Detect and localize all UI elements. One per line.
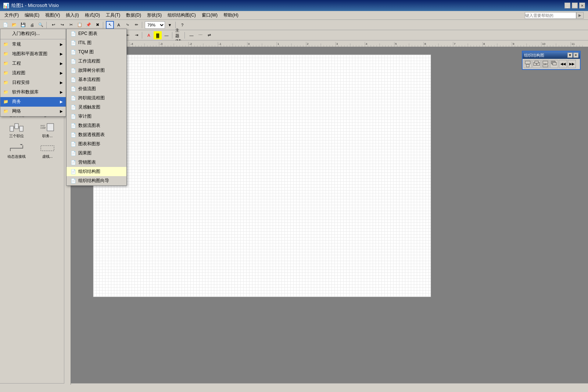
open-button[interactable]: 📂 [10,21,18,29]
bsm-datapivot[interactable]: 📄 数据透视图表 [67,130,126,139]
menu-item-window[interactable]: 窗口(W) [199,11,220,19]
doc-epc-icon: 📄 [69,31,77,36]
pointer-button[interactable]: ↖ [106,21,114,29]
line-color-button[interactable]: — [162,31,171,39]
canvas-area[interactable]: -5-4-3-2-101234567891011 组织结构图 ▼ ✕ [64,40,588,392]
dash-style-button[interactable]: ⋯ [196,31,204,39]
maximize-button[interactable]: □ [572,3,578,8]
menu-schedule[interactable]: 📁 日程安排 ▶ [0,78,66,88]
menu-item-data[interactable]: 数据(D) [123,11,144,19]
minimize-button[interactable]: _ [564,3,570,8]
bsm-dataflow[interactable]: 📄 数据流图表 [67,121,126,130]
doc-itil-icon: 📄 [69,40,77,46]
menu-item-tools[interactable]: 工具(T) [103,11,123,19]
bsm-marketing[interactable]: 📄 营销图表 [67,158,126,167]
redo-button[interactable]: ↪ [58,21,66,29]
bsm-orgchart[interactable]: 📄 组织结构图 [67,167,126,176]
bsm-faulttree[interactable]: 📄 故障树分析图 [67,66,126,75]
orgwizard-label: 组织结构图向导 [78,178,109,184]
menu-tutorial[interactable]: 入门教程(G)... [0,29,66,39]
software-label: 软件和数据库 [12,89,39,95]
delete-button[interactable]: ✖ [93,21,101,29]
bsm-workflow[interactable]: 📄 工作流程图 [67,57,126,66]
org-toolbar-close-button[interactable]: ✕ [573,53,578,58]
more-button[interactable]: ⇌ [205,31,213,39]
svg-text:11: 11 [571,42,575,46]
draw-button[interactable]: ✏ [132,21,140,29]
move-down-button[interactable]: ▶▶ [568,60,576,68]
increase-indent-button[interactable]: ⇥ [132,31,140,39]
theme-button[interactable]: 主题(M) [175,31,183,39]
shape-three-positions[interactable]: 三个职位 [1,121,32,140]
fill-color-button[interactable]: ▓ [154,31,162,39]
drawing-canvas[interactable] [71,47,588,385]
arrow-icon: ▶ [60,42,63,46]
shape-position2[interactable]: XYZ CORP 职务... [32,121,62,140]
page-canvas [93,54,431,297]
print-preview-button[interactable]: 🔍 [37,21,45,29]
bsm-orgwizard[interactable]: 📄 组织结构图向导 [67,176,126,185]
menu-network[interactable]: 📁 网络 ▶ [0,107,66,116]
menu-item-insert[interactable]: 插入(I) [63,11,82,19]
zoom-select[interactable]: 79% 100% 50% [145,21,165,29]
org-toolbar-dropdown-button[interactable]: ▼ [567,53,573,58]
help-search-button[interactable]: ▶ [576,12,584,19]
menu-item-edit[interactable]: 编辑(E) [22,11,42,19]
font-color-button[interactable]: A [145,31,153,39]
save-button[interactable]: 💾 [19,21,27,29]
shape-dynamic-connector[interactable]: 动态连接线 [1,141,32,161]
menu-item-shape[interactable]: 形状(S) [144,11,165,19]
menu-item-orgchart[interactable]: 组织结构图(C) [165,11,199,19]
bsm-crossfunc[interactable]: 📄 跨职能流程图 [67,93,126,103]
bsm-chartshape[interactable]: 📄 图表和图形 [67,139,126,149]
menu-item-format[interactable]: 格式(O) [82,11,103,19]
insert-coworker-button[interactable] [533,60,541,68]
bsm-cause[interactable]: 📄 因果图 [67,149,126,158]
bsm-epc[interactable]: 📄 EPC 图表 [67,29,126,38]
dynamic-connector-icon [10,144,24,153]
arrow-business-icon: ▶ [60,100,63,104]
insert-subordinate-button[interactable] [524,60,532,68]
cut-button[interactable]: ✂ [67,21,75,29]
menu-engineering[interactable]: 📁 工程 ▶ [0,59,66,68]
close-button[interactable]: ✕ [579,3,585,8]
menu-item-help[interactable]: 帮助(H) [220,11,241,19]
svg-rect-216 [526,64,529,67]
menu-software[interactable]: 📁 软件和数据库 ▶ [0,88,66,97]
menu-item-view[interactable]: 视图(V) [42,11,63,19]
insert-assistant-button[interactable] [541,60,549,68]
window-title: 绘图1 - Microsoft Visio [11,2,59,9]
menu-general[interactable]: 📁 常规 ▶ [0,40,66,49]
org-toolbar-header[interactable]: 组织结构图 ▼ ✕ [523,51,580,59]
svg-text:8: 8 [483,42,485,46]
help-search-input[interactable] [525,12,576,19]
insert-multiple-button[interactable] [550,60,558,68]
print-button[interactable]: 🖨 [28,21,36,29]
menu-business[interactable]: 📁 商务 ▶ [0,97,66,107]
shape-virtual[interactable]: 虚线... [32,141,62,161]
bsm-basicflow[interactable]: 📄 基本流程图 [67,75,126,84]
insert-coworker-icon [533,61,540,67]
shape-dynamic-connector-label: 动态连接线 [7,154,26,159]
bsm-valuestream[interactable]: 📄 价值流图 [67,84,126,93]
undo-button[interactable]: ↩ [49,21,57,29]
bsm-tqm[interactable]: 📄 TQM 图 [67,47,126,57]
new-button[interactable]: 📄 [1,21,10,29]
zoom-dropdown-button[interactable]: ▼ [166,21,174,29]
menu-maps[interactable]: 📁 地图和平面布置图 ▶ [0,49,66,59]
svg-text:-3: -3 [160,42,163,46]
folder-software-icon: 📁 [3,90,11,95]
bsm-audit[interactable]: 📄 审计图 [67,112,126,121]
menu-item-file[interactable]: 文件(F) [1,11,22,19]
copy-button[interactable]: 📋 [76,21,84,29]
insert-assistant-icon [542,61,549,67]
bsm-itil[interactable]: 📄 ITIL 图 [67,38,126,47]
menu-flowchart[interactable]: 📁 流程图 ▶ [0,68,66,78]
connector-button[interactable]: ⤷ [123,21,132,29]
move-up-button[interactable]: ◀◀ [559,60,567,68]
paste-button[interactable]: 📌 [85,21,93,29]
text-button[interactable]: A [115,21,123,29]
doc-marketing-icon: 📄 [69,160,77,165]
line-style-button[interactable]: — [187,31,196,39]
bsm-brainstorm[interactable]: 📄 灵感触发图 [67,103,126,112]
